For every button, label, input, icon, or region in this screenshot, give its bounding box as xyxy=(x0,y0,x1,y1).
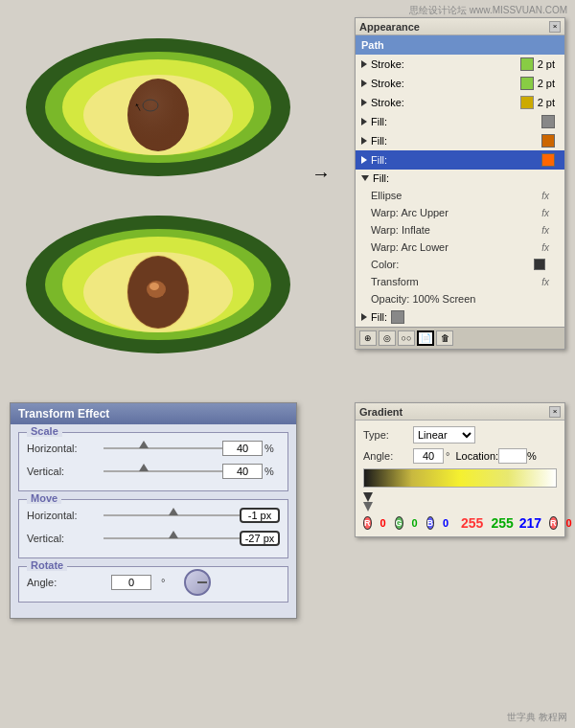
avocado-bottom-svg xyxy=(24,211,292,359)
fill-item-warp-arc-lower[interactable]: Warp: Arc Lower fx xyxy=(356,239,564,256)
vertical-scale-unit: % xyxy=(264,466,280,477)
appearance-panel: Appearance × Path Stroke: 2 pt Stroke: 2… xyxy=(355,17,565,350)
avocado-top: ↑ xyxy=(24,32,292,185)
transform-panel: Transform Effect Scale Horizontal: % Ver… xyxy=(10,402,297,619)
triangle-icon-6 xyxy=(361,156,367,164)
stroke-row-3[interactable]: Stroke: 2 pt xyxy=(356,93,564,112)
color-swatch-dark[interactable] xyxy=(534,259,545,270)
horizontal-scale-slider[interactable] xyxy=(104,442,222,455)
fill-item-ellipse[interactable]: Ellipse fx xyxy=(356,187,564,204)
horizontal-move-label: Horizontal: xyxy=(27,510,104,521)
move-section: Move Horizontal: Vertical: xyxy=(18,499,288,558)
toolbar-btn-3[interactable]: ○○ xyxy=(398,330,415,346)
svg-point-14 xyxy=(150,283,159,290)
angle-input[interactable] xyxy=(111,575,151,590)
transform-body: Scale Horizontal: % Vertical: % xyxy=(11,424,296,618)
horizontal-move-slider[interactable] xyxy=(104,509,240,522)
triangle-icon-2 xyxy=(361,80,367,87)
stroke-color-2[interactable] xyxy=(520,77,534,90)
vertical-scale-input[interactable] xyxy=(222,464,263,479)
toolbar-btn-2[interactable]: ◎ xyxy=(379,330,396,346)
red-circle-right: R xyxy=(549,516,558,530)
fill-row-1[interactable]: Fill: xyxy=(356,112,564,131)
toolbar-btn-delete[interactable]: 🗑 xyxy=(436,330,453,346)
watermark-top: 思绘设计论坛 www.MISSVUAN.COM xyxy=(409,4,567,17)
slider-thumb-v xyxy=(139,464,149,471)
gradient-stops xyxy=(363,492,557,508)
svg-point-7 xyxy=(127,79,189,151)
angle-input-g[interactable] xyxy=(413,448,444,464)
bottom-fill-row[interactable]: Fill: xyxy=(356,307,564,327)
green-circle-left: G xyxy=(395,516,403,530)
scale-label: Scale xyxy=(27,425,62,437)
fill-item-warp-inflate[interactable]: Warp: Inflate fx xyxy=(356,221,564,239)
location-unit-g: % xyxy=(527,450,537,462)
fill-row-3-highlighted[interactable]: Fill: xyxy=(356,150,564,170)
slider-thumb-h xyxy=(139,441,149,448)
appearance-close-button[interactable]: × xyxy=(549,21,561,33)
gradient-title: Gradient xyxy=(359,406,402,418)
gradient-close-button[interactable]: × xyxy=(549,406,561,418)
fill-row-2[interactable]: Fill: xyxy=(356,131,564,150)
color-values-row: R 0 G 0 B 0 255 255 217 R 0 G 0 B 0 xyxy=(363,515,557,531)
location-label-g: Location: xyxy=(455,450,498,462)
blue-val-left: 0 xyxy=(436,517,455,529)
vertical-move-label: Vertical: xyxy=(27,533,104,544)
green-val-left: 0 xyxy=(405,517,425,529)
move-label: Move xyxy=(27,492,61,504)
slider-thumb-mh xyxy=(169,508,178,515)
gradient-stop-left[interactable] xyxy=(363,492,373,502)
red-val-left: 0 xyxy=(374,517,393,529)
toolbar-btn-1[interactable]: ⊕ xyxy=(359,330,377,346)
gradient-type-select[interactable]: Linear xyxy=(413,426,475,444)
appearance-content: Stroke: 2 pt Stroke: 2 pt Stroke: 2 pt F… xyxy=(356,55,564,327)
vertical-scale-label: Vertical: xyxy=(27,466,104,477)
gradient-stop-right[interactable] xyxy=(363,502,373,512)
degree-g: ° xyxy=(446,450,449,462)
vertical-move-slider[interactable] xyxy=(104,532,240,545)
location-input-g[interactable] xyxy=(498,448,527,464)
rotate-indicator xyxy=(197,581,207,583)
vertical-move-row: Vertical: xyxy=(27,529,280,548)
vertical-scale-slider[interactable] xyxy=(104,465,222,478)
bottom-fill-color[interactable] xyxy=(391,310,404,324)
appearance-subheader: Path xyxy=(356,35,564,55)
horizontal-scale-unit: % xyxy=(264,443,280,454)
stroke-color-1[interactable] xyxy=(520,57,534,71)
slider-track-v xyxy=(104,470,222,472)
rotate-label: Rotate xyxy=(27,559,67,571)
fill-item-opacity[interactable]: Opacity: 100% Screen xyxy=(356,290,564,307)
vertical-scale-row: Vertical: % xyxy=(27,462,280,481)
gradient-type-row: Type: Linear xyxy=(363,426,557,444)
triangle-icon-4 xyxy=(361,118,367,125)
blue-circle-left: B xyxy=(426,516,435,530)
avocado-top-svg: ↑ xyxy=(24,34,292,182)
stroke-row-1[interactable]: Stroke: 2 pt xyxy=(356,55,564,74)
appearance-toolbar: ⊕ ◎ ○○ 📄 🗑 xyxy=(356,327,564,349)
fill-item-color[interactable]: Color: xyxy=(356,256,564,273)
avocado-images-panel: ↑ xyxy=(0,0,316,393)
vertical-move-input[interactable] xyxy=(240,531,280,546)
fill-color-2[interactable] xyxy=(541,134,555,148)
stroke-color-3[interactable] xyxy=(520,96,534,109)
gradient-titlebar: Gradient × xyxy=(356,403,564,421)
fill-color-3[interactable] xyxy=(541,153,555,167)
fill-section-header[interactable]: Fill: xyxy=(356,170,564,187)
triangle-icon-1 xyxy=(361,60,367,68)
mid-b-val: 217 xyxy=(519,515,541,531)
fill-item-transform[interactable]: Transform fx xyxy=(356,273,564,290)
scale-section: Scale Horizontal: % Vertical: % xyxy=(18,432,288,491)
horizontal-move-input[interactable] xyxy=(240,508,280,523)
type-label: Type: xyxy=(363,429,413,441)
toolbar-btn-new-layer[interactable]: 📄 xyxy=(417,330,434,346)
avocado-bottom xyxy=(24,209,292,362)
stroke-row-2[interactable]: Stroke: 2 pt xyxy=(356,74,564,93)
rotate-wheel[interactable] xyxy=(184,569,211,596)
horizontal-move-row: Horizontal: xyxy=(27,506,280,525)
fill-item-warp-arc-upper[interactable]: Warp: Arc Upper fx xyxy=(356,204,564,221)
angle-label: Angle: xyxy=(27,577,104,588)
horizontal-scale-input[interactable] xyxy=(222,441,263,456)
slider-thumb-mv xyxy=(169,531,178,538)
fill-color-1[interactable] xyxy=(541,115,555,128)
red-val-right: 0 xyxy=(560,517,575,529)
